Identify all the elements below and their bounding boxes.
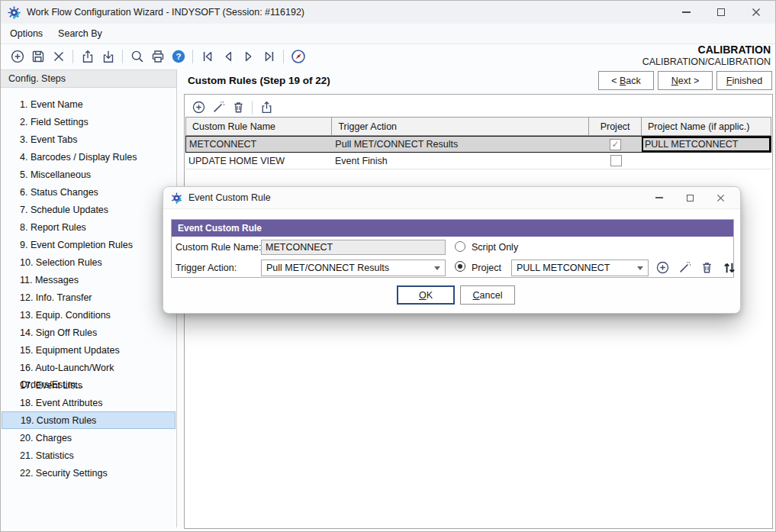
dialog-close-button[interactable] bbox=[705, 187, 736, 208]
sidebar-item[interactable]: 7. Schedule Updates bbox=[1, 201, 176, 218]
table-row[interactable]: UPDATE HOME VIEWEvent Finish bbox=[185, 153, 771, 169]
custom-rules-table: Custom Rule Name Trigger Action Project … bbox=[185, 117, 771, 169]
column-header-project[interactable]: Project bbox=[589, 118, 642, 135]
dialog-title: Event Custom Rule bbox=[188, 192, 271, 203]
trigger-action-label: Trigger Action: bbox=[175, 263, 237, 273]
event-custom-rule-dialog: Event Custom Rule Event Custom Rule Cust… bbox=[163, 186, 741, 314]
script-only-radio[interactable] bbox=[455, 241, 465, 252]
edit-project-wand-icon[interactable] bbox=[675, 258, 694, 277]
group-header: Event Custom Rule bbox=[172, 220, 733, 237]
sidebar-item[interactable]: 4. Barcodes / Display Rules bbox=[1, 148, 176, 166]
cell-rule-name[interactable]: METCONNECT bbox=[186, 137, 332, 152]
svg-text:?: ? bbox=[175, 52, 181, 61]
dialog-logo-gear-icon bbox=[171, 192, 182, 204]
sidebar-item[interactable]: 12. Info. Transfer bbox=[1, 289, 176, 306]
sidebar-item[interactable]: 5. Miscellaneous bbox=[1, 166, 176, 183]
sidebar-item[interactable]: 16. Auto-Launch/Work Orders/Estim... bbox=[1, 359, 176, 376]
cell-project-name[interactable] bbox=[642, 153, 771, 169]
delete-project-trash-icon[interactable] bbox=[697, 258, 716, 277]
sidebar-item[interactable]: 19. Custom Rules bbox=[2, 411, 175, 429]
back-button[interactable]: < Back bbox=[598, 71, 654, 90]
cell-trigger-action[interactable]: Event Finish bbox=[332, 153, 590, 169]
close-button[interactable] bbox=[739, 1, 774, 24]
toolbar-separator bbox=[122, 50, 123, 63]
ok-button[interactable]: OK bbox=[397, 285, 455, 305]
edit-wand-icon[interactable] bbox=[208, 98, 228, 118]
delete-x-icon[interactable] bbox=[48, 47, 69, 67]
sidebar-item[interactable]: 21. Statistics bbox=[1, 447, 176, 464]
project-radio[interactable] bbox=[455, 261, 465, 272]
sidebar-item[interactable]: 9. Event Completion Rules bbox=[1, 236, 176, 253]
column-header-project-name[interactable]: Project Name (if applic.) bbox=[642, 118, 771, 135]
last-record-icon[interactable] bbox=[259, 47, 279, 67]
cell-project-name[interactable]: PULL METCONNECT bbox=[642, 137, 771, 152]
reorder-up-down-icon[interactable] bbox=[720, 258, 739, 277]
cancel-button[interactable]: Cancel bbox=[460, 285, 515, 305]
table-header-row: Custom Rule Name Trigger Action Project … bbox=[185, 117, 771, 136]
sidebar-item[interactable]: 6. Status Changes bbox=[1, 183, 176, 201]
first-record-icon[interactable] bbox=[197, 47, 217, 67]
context-subtitle: CALIBRATION/CALIBRATION bbox=[642, 56, 771, 67]
page-title: Custom Rules (Step 19 of 22) bbox=[188, 75, 330, 86]
rules-toolbar bbox=[188, 98, 276, 117]
sidebar-item[interactable]: 11. Messages bbox=[1, 271, 176, 289]
context-block: CALIBRATION CALIBRATION/CALIBRATION bbox=[642, 44, 771, 67]
next-button[interactable]: Next > bbox=[658, 71, 713, 90]
menu-bar: Options Search By bbox=[1, 24, 775, 44]
sidebar-item[interactable]: 3. Event Tabs bbox=[1, 131, 176, 148]
maximize-button[interactable] bbox=[704, 1, 739, 24]
print-icon[interactable] bbox=[147, 47, 168, 67]
sidebar-item[interactable]: 2. Field Settings bbox=[1, 113, 176, 131]
menu-search-by[interactable]: Search By bbox=[58, 28, 102, 39]
navigator-compass-icon[interactable] bbox=[288, 47, 308, 67]
sidebar-item[interactable]: 10. Selection Rules bbox=[1, 253, 176, 271]
sidebar-item[interactable]: 8. Report Rules bbox=[1, 218, 176, 236]
sidebar-item[interactable]: 13. Equip. Conditions bbox=[1, 306, 176, 324]
toolbar-separator bbox=[283, 50, 284, 63]
table-row[interactable]: METCONNECTPull MET/CONNECT Results✓PULL … bbox=[185, 136, 771, 153]
project-checkbox[interactable] bbox=[610, 155, 622, 166]
dialog-maximize-button[interactable] bbox=[675, 187, 705, 208]
chevron-down-icon bbox=[434, 266, 440, 270]
add-rule-icon[interactable] bbox=[188, 98, 208, 118]
trigger-action-select[interactable]: Pull MET/CONNECT Results bbox=[261, 260, 446, 276]
search-icon[interactable] bbox=[127, 47, 147, 67]
column-header-custom-rule-name[interactable]: Custom Rule Name bbox=[186, 118, 332, 135]
project-checkbox[interactable]: ✓ bbox=[610, 139, 621, 150]
menu-options[interactable]: Options bbox=[10, 28, 43, 39]
minimize-button[interactable] bbox=[668, 1, 704, 24]
export-rules-icon[interactable] bbox=[256, 98, 276, 118]
save-icon[interactable] bbox=[27, 47, 48, 67]
title-bar: Work Flow Configuration Wizard - INDYSOF… bbox=[1, 1, 775, 24]
delete-trash-icon[interactable] bbox=[228, 98, 248, 118]
cell-project: ✓ bbox=[589, 137, 642, 152]
sidebar-item[interactable]: 14. Sign Off Rules bbox=[1, 324, 176, 341]
sidebar-list: 1. Event Name2. Field Settings3. Event T… bbox=[1, 88, 176, 482]
main-toolbar: ? bbox=[1, 44, 308, 69]
add-project-icon[interactable] bbox=[653, 258, 672, 277]
cell-trigger-action[interactable]: Pull MET/CONNECT Results bbox=[332, 137, 589, 152]
sidebar-item[interactable]: 20. Charges bbox=[1, 429, 176, 447]
custom-rule-name-label: Custom Rule Name: bbox=[175, 242, 262, 253]
help-icon[interactable]: ? bbox=[168, 47, 188, 67]
sidebar-item[interactable]: 22. Security Settings bbox=[1, 464, 176, 482]
sidebar-item[interactable]: 1. Event Name bbox=[1, 95, 176, 113]
export-icon[interactable] bbox=[77, 47, 98, 67]
finished-button[interactable]: Finished bbox=[716, 71, 772, 90]
toolbar-separator bbox=[252, 101, 253, 114]
project-toolbar bbox=[653, 258, 739, 277]
chevron-down-icon bbox=[637, 266, 643, 270]
project-select[interactable]: PULL METCONNECT bbox=[511, 260, 649, 276]
dialog-minimize-button[interactable] bbox=[644, 187, 675, 208]
next-record-icon[interactable] bbox=[238, 47, 259, 67]
sidebar-item[interactable]: 18. Event Attributes bbox=[1, 394, 176, 411]
toolbar-separator bbox=[192, 50, 193, 63]
add-icon[interactable] bbox=[7, 47, 27, 67]
custom-rule-name-input[interactable] bbox=[261, 240, 446, 255]
sidebar-item[interactable]: 17. Event Lists bbox=[1, 376, 176, 394]
sidebar-item[interactable]: 15. Equipment Updates bbox=[1, 341, 176, 359]
import-icon[interactable] bbox=[98, 47, 118, 67]
cell-rule-name[interactable]: UPDATE HOME VIEW bbox=[185, 153, 332, 169]
previous-record-icon[interactable] bbox=[217, 47, 238, 67]
column-header-trigger-action[interactable]: Trigger Action bbox=[332, 118, 589, 135]
